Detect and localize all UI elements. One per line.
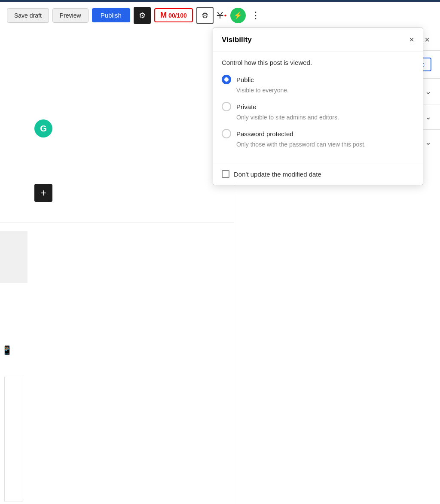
yoast2-icon: Y <box>217 10 223 21</box>
visibility-popup: Visibility × Control how this post is vi… <box>213 27 423 185</box>
popup-title: Visibility <box>222 36 409 44</box>
radio-private[interactable] <box>222 102 231 111</box>
publish-button[interactable]: Publish <box>92 8 130 22</box>
radio-public[interactable] <box>222 75 231 84</box>
grammarly-letter: G <box>40 124 47 134</box>
yoast-score-button[interactable]: M 00/100 <box>154 8 193 22</box>
popup-header: Visibility × <box>213 28 423 52</box>
radio-password-desc: Only those with the password can view th… <box>236 140 414 149</box>
radio-row-public: Public <box>222 75 414 84</box>
radio-option-public: Public Visible to everyone. <box>222 75 414 95</box>
aioseo-chevron-icon: ⌄ <box>425 137 431 147</box>
radio-option-private: Private Only visible to site admins and … <box>222 102 414 122</box>
modified-date-checkbox[interactable] <box>222 170 229 178</box>
editor-area: G + 🖥 📱 <box>0 29 234 504</box>
yoast2-dot: ● <box>224 13 227 18</box>
device-toggle-bar: 🖥 📱 <box>0 341 15 360</box>
toolbar-left: Save draft Preview Publish ⚙ M 00/100 ⚙ … <box>7 7 433 24</box>
modified-date-row: Don't update the modified date <box>213 163 423 185</box>
radio-private-desc: Only visible to site admins and editors. <box>236 113 414 122</box>
add-block-button[interactable]: + <box>34 184 52 202</box>
yoast2-button[interactable]: Y ● <box>217 10 227 21</box>
radio-private-label: Private <box>236 103 257 110</box>
radio-row-private: Private <box>222 102 414 111</box>
yoast-icon: M <box>160 11 167 20</box>
mobile-view-button[interactable]: 📱 <box>0 342 15 358</box>
plus-icon: + <box>40 187 46 199</box>
yoast-score-value: 00/100 <box>168 12 187 19</box>
top-blue-bar <box>0 0 440 2</box>
save-draft-button[interactable]: Save draft <box>7 8 49 23</box>
toolbar: Save draft Preview Publish ⚙ M 00/100 ⚙ … <box>0 2 440 29</box>
more-icon: ⋮ <box>251 10 260 21</box>
radio-password-label: Password protected <box>236 130 293 137</box>
optinmonster-chevron-icon: ⌄ <box>425 87 431 96</box>
monsterinsights-chevron-icon: ⌄ <box>425 112 431 122</box>
editor-content-block <box>4 377 23 501</box>
popup-close-button[interactable]: × <box>409 35 414 45</box>
editor-divider <box>0 223 234 223</box>
wpbench-button[interactable]: ⚙ <box>196 7 214 24</box>
more-options-button[interactable]: ⋮ <box>249 8 262 23</box>
popup-body: Control how this post is viewed. Public … <box>213 52 423 163</box>
radio-row-password: Password protected <box>222 129 414 138</box>
preview-button[interactable]: Preview <box>52 8 89 23</box>
mobile-icon: 📱 <box>2 345 12 355</box>
editor-gray-block <box>0 231 28 283</box>
radio-public-desc: Visible to everyone. <box>236 86 414 95</box>
gear-icon: ⚙ <box>139 11 146 20</box>
radio-public-label: Public <box>236 76 254 83</box>
settings-button[interactable]: ⚙ <box>134 7 151 24</box>
grammarly-button[interactable]: G <box>34 119 52 137</box>
bolt-icon: ⚡ <box>234 11 242 19</box>
modified-date-label: Don't update the modified date <box>234 171 321 178</box>
wpbench-icon: ⚙ <box>202 11 208 20</box>
radio-option-password: Password protected Only those with the p… <box>222 129 414 149</box>
radio-password[interactable] <box>222 129 231 138</box>
popup-description: Control how this post is viewed. <box>222 59 414 66</box>
bolt-button[interactable]: ⚡ <box>230 8 246 23</box>
